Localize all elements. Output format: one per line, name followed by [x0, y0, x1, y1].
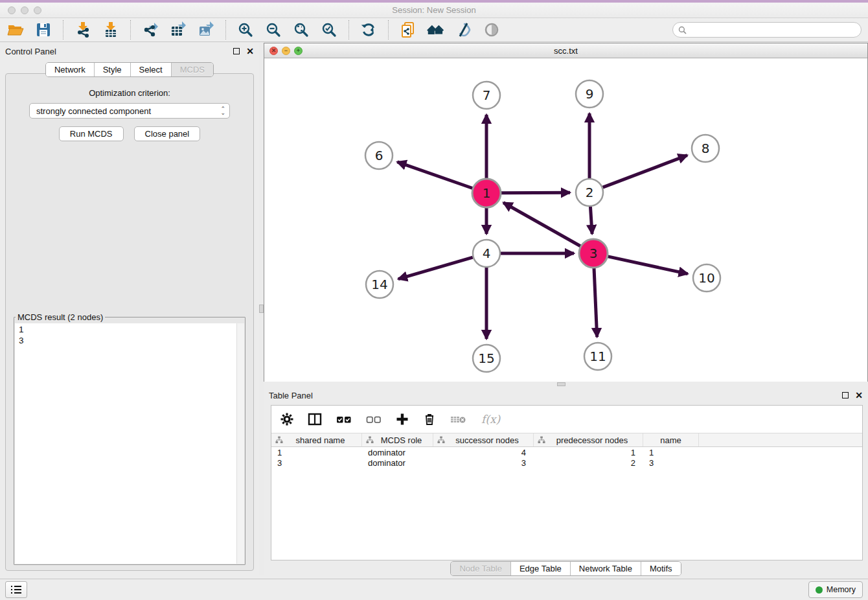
delete-column-button[interactable] [423, 413, 436, 426]
network-graph[interactable]: 7968124314101511 [264, 58, 867, 382]
column-tree-icon [275, 436, 283, 444]
table-settings-button[interactable] [280, 413, 293, 426]
table-row[interactable]: 3dominator323 [271, 457, 862, 468]
graph-edge-4-14[interactable] [398, 257, 473, 279]
plus-icon [396, 413, 409, 426]
graph-node-6[interactable]: 6 [365, 142, 393, 169]
columns-icon [308, 413, 322, 426]
criterion-select[interactable]: strongly connected component ⌃⌄ [29, 103, 230, 119]
graph-edge-3-1[interactable] [503, 203, 581, 246]
cell-successor-nodes[interactable]: 4 [433, 448, 534, 457]
zoom-out-button[interactable] [264, 21, 282, 39]
toolbar-separator [63, 20, 63, 40]
graph-edge-1-6[interactable] [397, 162, 473, 189]
zoom-in-button[interactable] [236, 21, 255, 39]
export-image-button[interactable] [197, 21, 215, 39]
graph-node-11[interactable]: 11 [584, 343, 611, 370]
task-history-button[interactable] [5, 581, 27, 598]
import-table-button[interactable] [102, 21, 120, 39]
save-session-button[interactable] [34, 21, 52, 39]
tab-node-table[interactable]: Node Table [451, 562, 510, 575]
select-stepper-icon: ⌃⌄ [220, 107, 225, 115]
graph-edge-3-11[interactable] [594, 268, 597, 337]
horizontal-splitter[interactable] [264, 382, 868, 387]
graph-node-14[interactable]: 14 [366, 271, 393, 298]
export-table-button[interactable] [169, 21, 187, 39]
graph-node-15[interactable]: 15 [473, 345, 500, 372]
close-panel-button[interactable]: Close panel [134, 126, 201, 141]
graph-node-9[interactable]: 9 [576, 80, 603, 108]
cell-predecessor-nodes[interactable]: 2 [534, 458, 643, 468]
table-row[interactable]: 1dominator411 [271, 447, 862, 457]
zoom-selected-button[interactable] [320, 21, 338, 39]
mcds-result-list[interactable]: 1 3 [15, 323, 236, 564]
graph-node-2[interactable]: 2 [576, 179, 603, 206]
cell-predecessor-nodes[interactable]: 1 [534, 448, 643, 457]
cell-shared-name[interactable]: 1 [271, 448, 362, 457]
graph-node-10[interactable]: 10 [693, 264, 720, 292]
open-folder-icon [7, 21, 24, 38]
tab-network[interactable]: Network [46, 63, 94, 76]
close-panel-icon[interactable]: ✕ [855, 392, 863, 398]
create-column-button[interactable] [396, 413, 409, 426]
table-panel-header: Table Panel ✕ [264, 387, 868, 404]
splitter-handle[interactable] [557, 382, 565, 386]
graph-node-3[interactable]: 3 [579, 239, 608, 268]
graph-node-7[interactable]: 7 [473, 82, 500, 109]
home-button[interactable] [427, 21, 445, 39]
result-scrollbar[interactable] [236, 323, 244, 564]
refresh-layout-button[interactable] [360, 21, 378, 39]
tab-motifs[interactable]: Motifs [641, 562, 681, 575]
graph-node-4[interactable]: 4 [473, 240, 500, 267]
network-canvas[interactable]: 7968124314101511 [264, 58, 867, 382]
cell-MCDS-role[interactable]: dominator [362, 458, 433, 468]
open-session-button[interactable] [6, 21, 25, 39]
splitter-handle[interactable] [259, 305, 264, 313]
cell-MCDS-role[interactable]: dominator [362, 448, 433, 457]
zoom-fit-button[interactable] [292, 21, 310, 39]
deselect-all-button[interactable] [366, 413, 382, 426]
graph-edge-3-10[interactable] [607, 257, 687, 274]
network-window-titlebar[interactable]: ✕ − + scc.txt [264, 43, 867, 58]
graph-edge-2-8[interactable] [603, 156, 687, 188]
column-header-shared-name[interactable]: shared name [271, 433, 362, 446]
search-field[interactable] [672, 22, 862, 38]
tab-edge-table[interactable]: Edge Table [510, 562, 570, 575]
float-panel-icon[interactable] [233, 48, 240, 54]
vertical-splitter[interactable] [259, 43, 264, 575]
delete-table-icon [450, 413, 467, 426]
search-input[interactable] [690, 25, 856, 36]
tab-select[interactable]: Select [130, 63, 171, 76]
show-columns-button[interactable] [308, 413, 322, 426]
clone-network-icon [400, 21, 417, 38]
run-mcds-button[interactable]: Run MCDS [59, 126, 124, 141]
graph-edge-2-3[interactable] [590, 207, 592, 234]
column-tree-icon [437, 436, 445, 444]
hide-graphics-button[interactable] [455, 21, 473, 39]
cell-name[interactable]: 3 [643, 458, 699, 468]
cell-shared-name[interactable]: 3 [271, 458, 362, 468]
column-header-predecessor-nodes[interactable]: predecessor nodes [534, 433, 643, 446]
show-graphics-button[interactable] [483, 21, 501, 39]
export-network-button[interactable] [141, 21, 159, 39]
clone-network-button[interactable] [399, 21, 417, 39]
float-panel-icon[interactable] [842, 392, 849, 398]
column-header-MCDS-role[interactable]: MCDS role [362, 433, 433, 446]
column-header-name[interactable]: name [643, 433, 699, 446]
show-graphics-eye-icon [483, 21, 500, 38]
cell-name[interactable]: 1 [643, 448, 699, 457]
column-label: predecessor nodes [545, 435, 643, 445]
import-network-button[interactable] [74, 21, 92, 39]
cell-successor-nodes[interactable]: 3 [433, 458, 534, 468]
memory-button[interactable]: Memory [808, 581, 863, 598]
column-header-successor-nodes[interactable]: successor nodes [433, 433, 534, 446]
graph-edge-1-2[interactable] [501, 192, 570, 193]
select-all-button[interactable] [336, 413, 352, 426]
close-panel-icon[interactable]: ✕ [246, 48, 254, 54]
tab-style[interactable]: Style [94, 63, 130, 76]
tab-mcds[interactable]: MCDS [171, 63, 213, 76]
graph-node-1[interactable]: 1 [472, 179, 501, 207]
tab-network-table[interactable]: Network Table [570, 562, 641, 575]
home-icon [427, 21, 445, 38]
graph-node-8[interactable]: 8 [692, 135, 719, 162]
